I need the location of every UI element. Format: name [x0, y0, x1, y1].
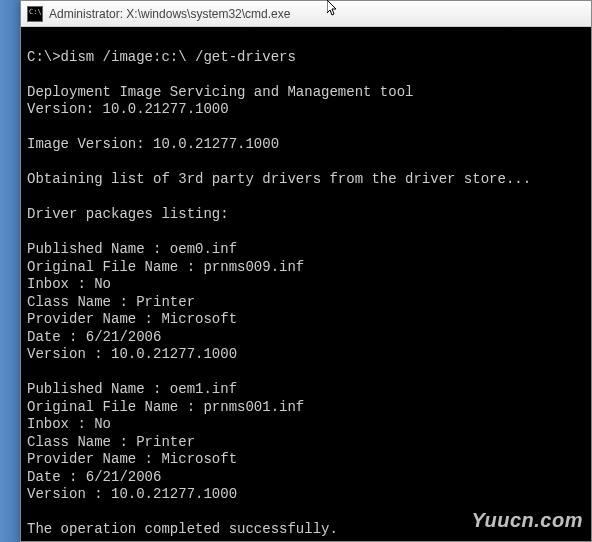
driver-class: Class Name : Printer — [27, 294, 195, 310]
window-title: Administrator: X:\windows\system32\cmd.e… — [49, 7, 290, 21]
driver-date: Date : 6/21/2006 — [27, 469, 161, 485]
image-version: Image Version: 10.0.21277.1000 — [27, 136, 279, 152]
driver-inbox: Inbox : No — [27, 416, 111, 432]
command-text: dism /image:c:\ /get-drivers — [61, 49, 296, 65]
cmd-window: Administrator: X:\windows\system32\cmd.e… — [20, 0, 592, 542]
driver-version: Version : 10.0.21277.1000 — [27, 486, 237, 502]
driver-published: Published Name : oem1.inf — [27, 381, 237, 397]
driver-provider: Provider Name : Microsoft — [27, 311, 237, 327]
desktop-background — [0, 0, 20, 542]
mouse-cursor-icon — [327, 0, 339, 18]
tool-version: Version: 10.0.21277.1000 — [27, 101, 229, 117]
driver-published: Published Name : oem0.inf — [27, 241, 237, 257]
driver-original: Original File Name : prnms009.inf — [27, 259, 304, 275]
driver-provider: Provider Name : Microsoft — [27, 451, 237, 467]
driver-original: Original File Name : prnms001.inf — [27, 399, 304, 415]
driver-inbox: Inbox : No — [27, 276, 111, 292]
prompt-line: C:\>dism /image:c:\ /get-drivers — [27, 49, 296, 65]
success-line: The operation completed successfully. — [27, 521, 338, 537]
terminal-output[interactable]: C:\>dism /image:c:\ /get-drivers Deploym… — [21, 27, 591, 541]
cmd-icon — [27, 6, 43, 22]
listing-header: Driver packages listing: — [27, 206, 229, 222]
watermark: Yuucn.com — [471, 508, 583, 533]
driver-version: Version : 10.0.21277.1000 — [27, 346, 237, 362]
titlebar[interactable]: Administrator: X:\windows\system32\cmd.e… — [21, 1, 591, 27]
driver-class: Class Name : Printer — [27, 434, 195, 450]
tool-header: Deployment Image Servicing and Managemen… — [27, 84, 413, 100]
obtaining-line: Obtaining list of 3rd party drivers from… — [27, 171, 531, 187]
driver-date: Date : 6/21/2006 — [27, 329, 161, 345]
prompt: C:\> — [27, 49, 61, 65]
